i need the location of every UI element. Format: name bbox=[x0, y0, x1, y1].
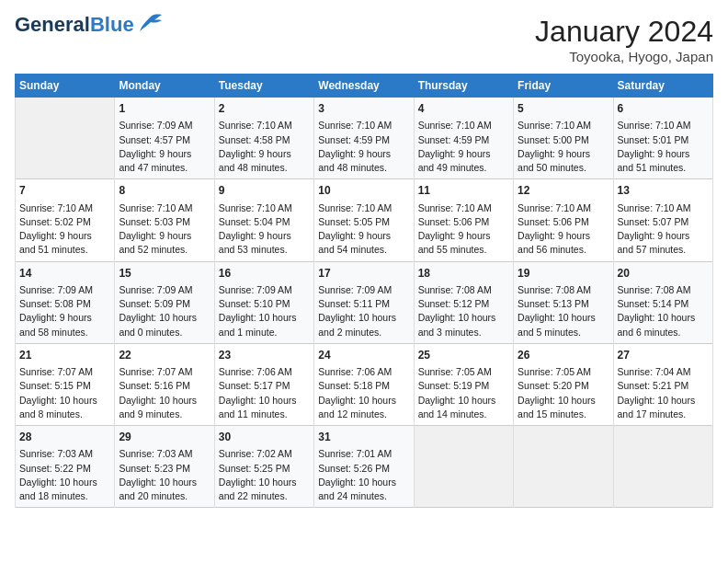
day-info: Daylight: 9 hours bbox=[618, 147, 709, 161]
day-info: Daylight: 10 hours bbox=[418, 394, 509, 408]
day-number: 15 bbox=[119, 266, 210, 282]
calendar-title: January 2024 bbox=[535, 15, 713, 49]
day-info: Daylight: 9 hours bbox=[119, 229, 210, 243]
day-info: Daylight: 10 hours bbox=[19, 394, 110, 408]
day-info: and 0 minutes. bbox=[119, 326, 210, 339]
day-info: Daylight: 9 hours bbox=[119, 147, 210, 161]
day-info: Sunrise: 7:08 AM bbox=[618, 283, 709, 297]
day-info: Daylight: 10 hours bbox=[219, 394, 310, 408]
calendar-cell: 10Sunrise: 7:10 AMSunset: 5:05 PMDayligh… bbox=[314, 179, 414, 261]
day-number: 19 bbox=[518, 266, 609, 282]
day-info: Sunrise: 7:06 AM bbox=[219, 365, 310, 379]
calendar-cell: 8Sunrise: 7:10 AMSunset: 5:03 PMDaylight… bbox=[115, 179, 214, 261]
day-info: and 49 minutes. bbox=[418, 161, 509, 175]
day-info: Sunset: 5:12 PM bbox=[418, 297, 509, 311]
day-info: and 20 minutes. bbox=[119, 489, 210, 503]
column-header-friday: Friday bbox=[514, 75, 613, 98]
day-number: 14 bbox=[19, 266, 110, 282]
calendar-cell: 2Sunrise: 7:10 AMSunset: 4:58 PMDaylight… bbox=[214, 98, 313, 179]
calendar-cell: 6Sunrise: 7:10 AMSunset: 5:01 PMDaylight… bbox=[613, 98, 712, 179]
day-info: Daylight: 10 hours bbox=[219, 311, 310, 325]
day-info: Daylight: 10 hours bbox=[19, 476, 110, 489]
day-info: Sunrise: 7:09 AM bbox=[219, 283, 310, 297]
column-header-tuesday: Tuesday bbox=[214, 75, 313, 98]
calendar-table: SundayMondayTuesdayWednesdayThursdayFrid… bbox=[15, 74, 713, 508]
day-info: Sunrise: 7:03 AM bbox=[119, 447, 210, 461]
calendar-cell: 13Sunrise: 7:10 AMSunset: 5:07 PMDayligh… bbox=[613, 179, 712, 261]
day-info: Daylight: 10 hours bbox=[219, 476, 310, 489]
calendar-cell: 4Sunrise: 7:10 AMSunset: 4:59 PMDaylight… bbox=[414, 98, 513, 179]
day-info: Sunrise: 7:05 AM bbox=[418, 365, 509, 379]
day-number: 18 bbox=[418, 266, 509, 282]
day-info: and 24 minutes. bbox=[318, 489, 409, 503]
day-info: Sunset: 5:05 PM bbox=[318, 215, 409, 229]
day-info: Sunset: 5:00 PM bbox=[518, 133, 609, 147]
day-info: Daylight: 9 hours bbox=[518, 229, 609, 243]
calendar-cell bbox=[613, 426, 712, 508]
day-info: Sunrise: 7:10 AM bbox=[418, 119, 509, 132]
day-info: Sunset: 5:10 PM bbox=[219, 297, 310, 311]
day-info: and 52 minutes. bbox=[119, 243, 210, 257]
day-info: Sunset: 5:21 PM bbox=[618, 379, 709, 393]
calendar-cell: 22Sunrise: 7:07 AMSunset: 5:16 PMDayligh… bbox=[115, 343, 214, 425]
calendar-cell: 30Sunrise: 7:02 AMSunset: 5:25 PMDayligh… bbox=[214, 426, 313, 508]
day-info: Sunset: 5:15 PM bbox=[19, 379, 110, 393]
day-info: and 8 minutes. bbox=[19, 408, 110, 421]
day-number: 2 bbox=[219, 101, 310, 117]
day-info: Sunset: 5:20 PM bbox=[518, 379, 609, 393]
calendar-cell bbox=[514, 426, 613, 508]
day-info: and 56 minutes. bbox=[518, 243, 609, 257]
logo-bird-icon bbox=[138, 13, 164, 33]
day-info: Sunset: 4:59 PM bbox=[318, 133, 409, 147]
day-info: Sunset: 5:26 PM bbox=[318, 462, 409, 476]
day-info: and 5 minutes. bbox=[518, 326, 609, 339]
day-number: 22 bbox=[119, 348, 210, 363]
day-info: Sunset: 5:06 PM bbox=[518, 215, 609, 229]
column-header-saturday: Saturday bbox=[613, 75, 712, 98]
column-header-monday: Monday bbox=[115, 75, 214, 98]
calendar-cell: 16Sunrise: 7:09 AMSunset: 5:10 PMDayligh… bbox=[214, 261, 313, 343]
day-info: Sunrise: 7:10 AM bbox=[19, 201, 110, 215]
day-number: 1 bbox=[119, 101, 210, 117]
day-info: Daylight: 9 hours bbox=[618, 229, 709, 243]
day-info: and 48 minutes. bbox=[318, 161, 409, 175]
calendar-cell: 24Sunrise: 7:06 AMSunset: 5:18 PMDayligh… bbox=[314, 343, 414, 425]
calendar-week-row: 7Sunrise: 7:10 AMSunset: 5:02 PMDaylight… bbox=[16, 179, 713, 261]
day-info: Sunrise: 7:07 AM bbox=[119, 365, 210, 379]
day-info: Sunrise: 7:10 AM bbox=[119, 201, 210, 215]
day-info: Sunrise: 7:10 AM bbox=[219, 119, 310, 132]
calendar-cell: 1Sunrise: 7:09 AMSunset: 4:57 PMDaylight… bbox=[115, 98, 214, 179]
day-info: Daylight: 9 hours bbox=[518, 147, 609, 161]
day-info: Sunrise: 7:10 AM bbox=[318, 119, 409, 132]
day-number: 13 bbox=[618, 183, 709, 199]
day-info: and 50 minutes. bbox=[518, 161, 609, 175]
day-info: and 47 minutes. bbox=[119, 161, 210, 175]
day-number: 7 bbox=[19, 183, 110, 199]
day-info: Daylight: 10 hours bbox=[618, 394, 709, 408]
day-number: 5 bbox=[518, 101, 609, 117]
day-info: Sunrise: 7:03 AM bbox=[19, 447, 110, 461]
day-info: Sunrise: 7:10 AM bbox=[618, 119, 709, 132]
day-info: Daylight: 9 hours bbox=[318, 229, 409, 243]
calendar-week-row: 21Sunrise: 7:07 AMSunset: 5:15 PMDayligh… bbox=[16, 343, 713, 425]
day-info: Sunset: 5:08 PM bbox=[19, 297, 110, 311]
day-number: 10 bbox=[318, 183, 409, 199]
day-info: Daylight: 10 hours bbox=[518, 311, 609, 325]
day-info: Sunset: 5:22 PM bbox=[19, 462, 110, 476]
day-info: Sunset: 5:11 PM bbox=[318, 297, 409, 311]
day-info: Sunset: 5:06 PM bbox=[418, 215, 509, 229]
calendar-cell: 14Sunrise: 7:09 AMSunset: 5:08 PMDayligh… bbox=[16, 261, 115, 343]
day-info: Sunset: 5:16 PM bbox=[119, 379, 210, 393]
day-info: Sunrise: 7:09 AM bbox=[318, 283, 409, 297]
day-info: Daylight: 9 hours bbox=[19, 311, 110, 325]
day-info: Sunset: 5:18 PM bbox=[318, 379, 409, 393]
day-info: and 22 minutes. bbox=[219, 489, 310, 503]
day-info: Daylight: 10 hours bbox=[618, 311, 709, 325]
day-number: 31 bbox=[318, 430, 409, 445]
calendar-cell: 28Sunrise: 7:03 AMSunset: 5:22 PMDayligh… bbox=[16, 426, 115, 508]
day-info: and 53 minutes. bbox=[219, 243, 310, 257]
day-info: Sunrise: 7:09 AM bbox=[119, 283, 210, 297]
day-info: Sunset: 5:03 PM bbox=[119, 215, 210, 229]
day-number: 30 bbox=[219, 430, 310, 445]
day-info: Daylight: 9 hours bbox=[418, 229, 509, 243]
